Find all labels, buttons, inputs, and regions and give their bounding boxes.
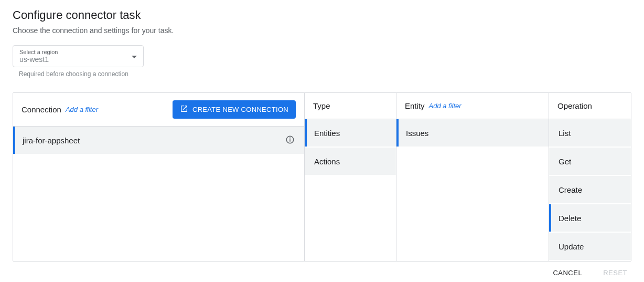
reset-button[interactable]: RESET <box>603 269 627 277</box>
open-external-icon <box>180 105 188 114</box>
operation-item-label: Create <box>559 185 621 194</box>
operation-header: Operation <box>549 93 631 119</box>
cancel-button[interactable]: CANCEL <box>553 269 582 277</box>
connection-item[interactable]: jira-for-appsheet <box>13 127 304 154</box>
region-select[interactable]: Select a region us-west1 <box>13 45 144 67</box>
connection-add-filter[interactable]: Add a filter <box>66 106 98 113</box>
type-title: Type <box>313 101 330 110</box>
operation-item[interactable]: Get <box>549 148 631 175</box>
type-item[interactable]: Entities <box>305 119 396 147</box>
svg-point-2 <box>290 138 291 138</box>
entity-title: Entity <box>405 101 425 110</box>
entity-add-filter[interactable]: Add a filter <box>429 102 461 110</box>
operation-item[interactable]: Update <box>549 233 631 260</box>
operation-item-label: List <box>559 129 621 138</box>
type-header: Type <box>305 93 396 119</box>
operation-item[interactable]: Delete <box>549 204 631 232</box>
operation-list: ListGetCreateDeleteUpdate <box>549 119 631 261</box>
connection-item-label: jira-for-appsheet <box>23 136 285 145</box>
chevron-down-icon <box>132 52 137 60</box>
create-new-connection-button[interactable]: CREATE NEW CONNECTION <box>173 100 296 119</box>
entity-item[interactable]: Issues <box>396 119 549 147</box>
entity-header: Entity Add a filter <box>396 93 549 119</box>
operation-item-label: Delete <box>559 214 621 223</box>
entity-column: Entity Add a filter Issues <box>396 93 549 261</box>
type-item-label: Actions <box>314 157 387 166</box>
operation-column: Operation ListGetCreateDeleteUpdate <box>549 93 631 261</box>
operation-item-label: Update <box>559 242 621 251</box>
info-icon[interactable] <box>285 135 295 146</box>
operation-item[interactable]: List <box>549 119 631 147</box>
entity-list: Issues <box>396 119 549 148</box>
page-title: Configure connector task <box>13 8 631 22</box>
connection-title: Connection <box>22 105 61 114</box>
connection-column: Connection Add a filter CREATE NEW CONNE… <box>13 93 305 261</box>
operation-item[interactable]: Create <box>549 176 631 203</box>
entity-item-label: Issues <box>406 129 539 138</box>
footer-actions: CANCEL RESET <box>13 262 631 277</box>
type-item[interactable]: Actions <box>305 148 396 175</box>
type-column: Type EntitiesActions <box>305 93 396 261</box>
type-list: EntitiesActions <box>305 119 396 176</box>
region-section: Select a region us-west1 Required before… <box>13 45 631 78</box>
region-select-value: us-west1 <box>19 55 137 64</box>
region-select-label: Select a region <box>19 49 137 55</box>
operation-item-label: Get <box>559 157 621 166</box>
region-helper-text: Required before choosing a connection <box>13 70 631 78</box>
connection-header: Connection Add a filter CREATE NEW CONNE… <box>13 93 304 127</box>
columns-container: Connection Add a filter CREATE NEW CONNE… <box>13 92 631 262</box>
connection-list: jira-for-appsheet <box>13 127 304 155</box>
page-subtitle: Choose the connection and settings for y… <box>13 26 631 35</box>
operation-title: Operation <box>557 101 592 110</box>
type-item-label: Entities <box>314 129 387 138</box>
create-button-label: CREATE NEW CONNECTION <box>192 106 288 113</box>
